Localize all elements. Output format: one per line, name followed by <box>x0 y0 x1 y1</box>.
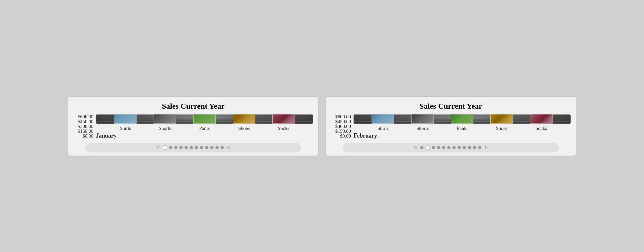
pagination-dot-0[interactable] <box>420 146 423 149</box>
chart-card-january: Sales Current Year$600.00$450.00$300.00$… <box>68 96 319 156</box>
x-label-wrapper: Shirts <box>114 126 137 131</box>
chart-main: $600.00$450.00$300.00$150.00$0.00ShirtsS… <box>73 114 313 139</box>
x-label-wrapper: Pants <box>193 126 216 131</box>
pagination-dot-8[interactable] <box>205 146 208 149</box>
x-label-pants: Pants <box>193 126 216 131</box>
pagination-dot-6[interactable] <box>452 146 456 149</box>
y-axis-label: $600.00 <box>335 114 351 119</box>
pagination-dot-10[interactable] <box>473 146 476 149</box>
chart-plot <box>96 114 313 124</box>
pagination-dot-11[interactable] <box>478 146 481 149</box>
month-label: January <box>96 132 313 139</box>
bar-wrapper <box>114 114 137 124</box>
bar-pants <box>193 114 216 124</box>
x-label-wrapper: Shoes <box>490 126 513 131</box>
y-axis-label: $300.00 <box>335 124 351 129</box>
y-axis: $600.00$450.00$300.00$150.00$0.00 <box>73 114 96 139</box>
x-label-wrapper: Socks <box>530 126 553 131</box>
next-arrow[interactable]: > <box>483 144 489 151</box>
bar-wrapper <box>272 114 295 124</box>
bar-shoes <box>490 114 513 124</box>
bar-shirts <box>372 114 394 124</box>
bar-pants <box>451 114 473 124</box>
bar-wrapper <box>411 114 434 124</box>
pagination-dot-11[interactable] <box>221 146 224 149</box>
pagination-dot-3[interactable] <box>437 146 440 149</box>
x-label-shorts: Shorts <box>154 126 176 131</box>
x-label-shoes: Shoes <box>490 126 513 131</box>
y-axis-label: $150.00 <box>335 129 351 134</box>
pagination-dot-2[interactable] <box>174 146 177 149</box>
pagination-dot-4[interactable] <box>185 146 188 149</box>
x-label-wrapper: Shirts <box>372 126 394 131</box>
pagination-row: <> <box>343 143 559 152</box>
y-axis-label: $0.00 <box>340 134 351 139</box>
pagination-dot-5[interactable] <box>447 146 450 149</box>
pagination-dot-1[interactable] <box>169 146 172 149</box>
next-arrow[interactable]: > <box>226 144 232 151</box>
y-axis-label: $450.00 <box>335 119 351 124</box>
bar-wrapper <box>193 114 216 124</box>
x-label-pants: Pants <box>451 126 473 131</box>
chart-title: Sales Current Year <box>162 102 225 111</box>
chart-main: $600.00$450.00$300.00$150.00$0.00ShirtsS… <box>331 114 571 139</box>
bar-socks <box>530 114 553 124</box>
pagination-dot-6[interactable] <box>195 146 198 149</box>
x-label-socks: Socks <box>530 126 553 131</box>
y-axis-label: $150.00 <box>78 129 93 134</box>
plot-and-labels: ShirtsShortsPantsShoesSocksFebruary <box>354 114 571 139</box>
x-label-wrapper: Shorts <box>154 126 176 131</box>
pagination-dot-1[interactable] <box>425 145 430 150</box>
pagination-dot-7[interactable] <box>458 146 461 149</box>
plot-and-labels: ShirtsShortsPantsShoesSocksJanuary <box>96 114 313 139</box>
month-label: February <box>354 132 571 139</box>
bar-shorts <box>411 114 434 124</box>
bar-wrapper <box>451 114 473 124</box>
x-label-socks: Socks <box>272 126 295 131</box>
bar-socks <box>272 114 295 124</box>
x-labels-row: ShirtsShortsPantsShoesSocks <box>96 126 313 131</box>
prev-arrow[interactable]: < <box>412 144 418 151</box>
y-axis-label: $450.00 <box>78 119 93 124</box>
pagination-dot-7[interactable] <box>200 146 203 149</box>
chart-card-february: Sales Current Year$600.00$450.00$300.00$… <box>325 96 576 156</box>
pagination-row: <> <box>85 143 301 152</box>
chart-plot <box>354 114 571 124</box>
y-axis-label: $300.00 <box>78 124 93 129</box>
pagination-dot-5[interactable] <box>190 146 193 149</box>
x-labels-row: ShirtsShortsPantsShoesSocks <box>354 126 571 131</box>
bar-wrapper <box>233 114 255 124</box>
pagination-dot-4[interactable] <box>442 146 445 149</box>
x-label-shorts: Shorts <box>411 126 434 131</box>
charts-container: Sales Current Year$600.00$450.00$300.00$… <box>0 90 644 163</box>
y-axis-label: $600.00 <box>78 114 93 119</box>
x-label-wrapper: Shoes <box>233 126 255 131</box>
x-label-wrapper: Shorts <box>411 126 434 131</box>
x-label-wrapper: Socks <box>272 126 295 131</box>
bar-wrapper <box>530 114 553 124</box>
bars-row <box>354 114 571 124</box>
bar-wrapper <box>372 114 394 124</box>
chart-title: Sales Current Year <box>420 102 482 111</box>
bar-shoes <box>233 114 255 124</box>
pagination-dot-9[interactable] <box>210 146 213 149</box>
prev-arrow[interactable]: < <box>155 144 161 151</box>
y-axis: $600.00$450.00$300.00$150.00$0.00 <box>331 114 354 139</box>
pagination-dot-0[interactable] <box>163 145 167 150</box>
pagination-dot-9[interactable] <box>468 146 471 149</box>
pagination-dot-3[interactable] <box>179 146 183 149</box>
pagination-dot-8[interactable] <box>463 146 466 149</box>
x-label-wrapper: Pants <box>451 126 473 131</box>
x-label-shoes: Shoes <box>233 126 255 131</box>
y-axis-label: $0.00 <box>82 134 93 139</box>
bar-wrapper <box>490 114 513 124</box>
pagination-dot-2[interactable] <box>432 146 435 149</box>
pagination-dot-10[interactable] <box>215 146 219 149</box>
bars-row <box>96 114 313 124</box>
bar-wrapper <box>154 114 176 124</box>
bar-shorts <box>154 114 176 124</box>
bar-shirts <box>114 114 137 124</box>
x-label-shirts: Shirts <box>114 126 137 131</box>
x-label-shirts: Shirts <box>372 126 394 131</box>
